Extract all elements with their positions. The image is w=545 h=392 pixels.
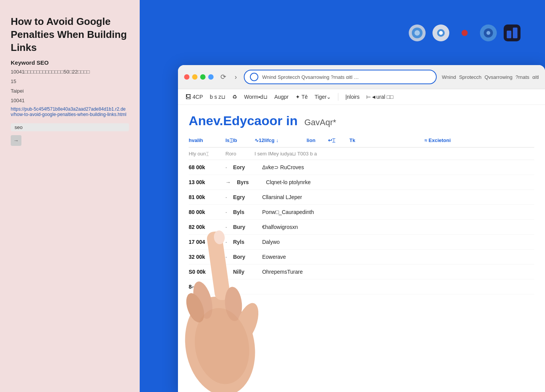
th-tk: Tk — [349, 137, 418, 143]
row-keyword-1: Δvke⊃ RuCroves — [262, 164, 534, 170]
nav-label-te: ✦ Tē — [295, 94, 308, 100]
svg-rect-11 — [507, 31, 511, 38]
sort-down-icon: ↓ — [276, 137, 279, 143]
title-plain: Anev. — [189, 113, 223, 128]
row-vol-9: 8⌐ 00k — [189, 284, 219, 290]
svg-point-2 — [414, 30, 420, 36]
browser-nav: ⛾ 4CP b s z⊔ ♻ Worm▪d⊔ Augpr ✦ Tē Tiger⌄ — [178, 89, 545, 105]
row-keyword-6: Dalywo — [262, 239, 534, 245]
th-12lifcg[interactable]: ∿12lifcg ↓ — [255, 137, 300, 143]
row-vol-2: 13 00k — [189, 179, 219, 185]
row-kd-8: Nilly — [233, 269, 256, 275]
nav-item-bsz[interactable]: b s z⊔ — [210, 94, 225, 100]
ts-roro: Roro — [225, 151, 248, 157]
row-arrow-2: → — [225, 179, 231, 185]
table-row: 17 004 · Ryls Dalywo — [189, 235, 534, 250]
th-arrow-back: ↩⌶ — [328, 137, 343, 143]
row-arrow-8: · — [225, 269, 227, 275]
address-bar[interactable]: Wnind Sprotecch Qvsarrowing ?rnats αitl … — [244, 70, 437, 84]
sidebar-url[interactable]: https://pub-5c454f571b8e40a3a2aad27ade84… — [11, 106, 129, 117]
row-vol-4: 80 00k — [189, 209, 219, 215]
sidebar-meta-2: 15 — [11, 78, 129, 86]
th-excietoni: ≈ Excietoni — [424, 137, 451, 143]
browser-toolbar: ⟳ › Wnind Sprotecch Qvsarrowing ?rnats α… — [178, 65, 545, 89]
toolbar-item-4[interactable]: ?rnats — [516, 74, 529, 80]
row-keyword-4: Ponw□_Caurapedinth — [262, 209, 534, 215]
recycle-icon: ♻ — [232, 94, 237, 100]
table-subheader: Hty oun⌶ Roro I sem IMey iudya⊔ T003 b a — [189, 148, 534, 160]
row-arrow-6: · — [225, 239, 227, 245]
row-kd-1: Eory — [233, 164, 256, 170]
row-vol-5: 82 00k — [189, 224, 219, 230]
browser-window: ⟳ › Wnind Sprotecch Qvsarrowing ?rnats α… — [178, 65, 545, 392]
table-row: S0 00k · Nilly OhrepemsTurare — [189, 265, 534, 279]
nav-item-wormd[interactable]: Worm▪d⊔ — [244, 94, 268, 100]
nav-item-te[interactable]: ✦ Tē — [295, 94, 308, 100]
traffic-lights — [184, 74, 214, 80]
row-kd-4: Byls — [233, 209, 256, 215]
traffic-light-red[interactable] — [184, 74, 189, 80]
nav-divider — [338, 93, 338, 101]
title-blue: Edycaoor — [223, 113, 282, 128]
toolbar-item-2[interactable]: Sprotecch — [459, 74, 481, 80]
traffic-light-blue[interactable] — [208, 74, 214, 80]
table-row: 13 00k → Byrs Clqnet-lo ptolynrke — [189, 175, 534, 190]
nav-item-ural[interactable]: ⊢◄ural □□ — [366, 94, 393, 100]
edge-icon[interactable] — [478, 23, 498, 43]
nav-item-tiger[interactable]: Tiger⌄ — [315, 94, 331, 100]
toolbar-extra: Wnind Sprotecch Qvsarrowing ?rnats αitl — [442, 74, 539, 80]
table-row: 68 00k · Eory Δvke⊃ RuCroves — [189, 160, 534, 175]
nav-item-cup[interactable]: ⛾ 4CP — [186, 94, 203, 100]
row-vol-8: S0 00k — [189, 269, 219, 275]
sidebar: How to Avoid Google Penalties When Build… — [0, 0, 140, 392]
svg-rect-12 — [513, 28, 517, 38]
page-title-area: Anev.Edycaoor in GavAqr* — [178, 105, 545, 134]
nav-item-nloirs[interactable]: |nloirs — [345, 94, 359, 100]
firefox-icon[interactable] — [407, 23, 427, 43]
row-kd-7: Bory — [233, 254, 256, 260]
table-row: 82 00k · Bury €halfowigrosxn — [189, 220, 534, 235]
chrome-icon[interactable] — [431, 23, 451, 43]
ts-htyoun: Hty oun⌶ — [189, 151, 219, 157]
nav-item-augpr[interactable]: Augpr — [274, 94, 289, 100]
browser-icons — [407, 23, 522, 43]
nav-label-tiger: Tiger⌄ — [315, 94, 331, 100]
address-icon — [250, 73, 258, 81]
main-area: ⟳ › Wnind Sprotecch Qvsarrowing ?rnats α… — [140, 0, 545, 392]
toolbar-item-5[interactable]: αitl — [532, 74, 539, 80]
svg-point-5 — [439, 31, 443, 35]
row-arrow-3: · — [225, 194, 227, 200]
th-lion: lion — [307, 137, 322, 143]
nav-item-recycle[interactable]: ♻ — [232, 94, 237, 100]
row-kd-2: Byrs — [237, 179, 260, 185]
cup-icon: ⛾ — [186, 94, 191, 100]
row-keyword-2: Clqnet-lo ptolynrke — [266, 179, 534, 185]
toolbar-item-1[interactable]: Wnind — [442, 74, 456, 80]
data-table: hvalih ls⌶lb ∿12lifcg ↓ lion ↩⌶ Tk ≈ Exc… — [178, 134, 545, 294]
row-kd-5: Bury — [233, 224, 256, 230]
page-main-title: Anev.Edycaoor in GavAqr* — [189, 113, 534, 128]
table-row: 32 00k · Bory Eowerave — [189, 250, 534, 265]
row-keyword-7: Eowerave — [262, 254, 534, 260]
forward-button[interactable]: › — [233, 72, 238, 82]
row-keyword-5: €halfowigrosxn — [262, 224, 534, 230]
traffic-light-green[interactable] — [200, 74, 206, 80]
row-vol-3: 81 00k — [189, 194, 219, 200]
nav-label-wormd: Worm▪d⊔ — [244, 94, 268, 100]
toolbar-item-3[interactable]: Qvsarrowing — [485, 74, 512, 80]
back-button[interactable]: ⟳ — [219, 72, 228, 82]
sidebar-title: How to Avoid Google Penalties When Build… — [11, 15, 129, 54]
svg-point-9 — [486, 31, 490, 35]
row-kd-3: Egry — [233, 194, 256, 200]
app-icon[interactable] — [502, 23, 522, 43]
table-row: 81 00k · Egry Cllarsinal LJeper — [189, 190, 534, 205]
row-arrow-7: · — [225, 254, 227, 260]
sidebar-meta-3: Taipei — [11, 87, 129, 95]
traffic-light-yellow[interactable] — [192, 74, 197, 80]
row-keyword-3: Cllarsinal LJeper — [262, 194, 534, 200]
nav-label-nloirs: |nloirs — [345, 94, 359, 100]
table-row: 8⌐ 00k · — [189, 279, 534, 294]
row-vol-7: 32 00k — [189, 254, 219, 260]
row-vol-1: 68 00k — [189, 164, 219, 170]
row-arrow-5: · — [225, 224, 227, 230]
